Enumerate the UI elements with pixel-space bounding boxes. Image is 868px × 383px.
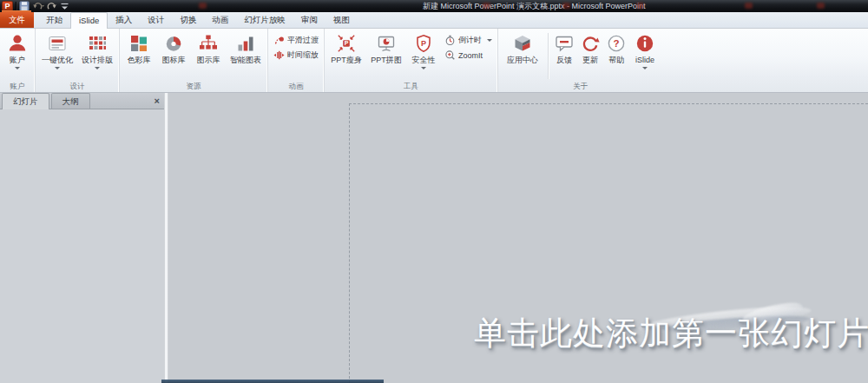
feedback-button[interactable]: 反馈 bbox=[551, 30, 577, 65]
ppt-slim-icon: P bbox=[336, 33, 357, 54]
update-button[interactable]: 更新 bbox=[577, 30, 603, 65]
glass-artifact bbox=[817, 3, 825, 9]
window-title: 新建 Microsoft PowerPoint 演示文稿.pptx - Micr… bbox=[423, 0, 646, 12]
account-button[interactable]: 账户 bbox=[2, 30, 33, 69]
update-refresh-icon bbox=[580, 33, 601, 54]
tab-slideshow[interactable]: 幻灯片放映 bbox=[236, 12, 293, 28]
color-library-button[interactable]: 色彩库 bbox=[122, 30, 156, 65]
diagram-library-button[interactable]: 图示库 bbox=[191, 30, 226, 65]
dropdown-caret-icon bbox=[95, 67, 100, 69]
slide-editing-area[interactable]: 单击此处添加第一张幻灯片 bbox=[168, 93, 868, 383]
group-label-account: 账户 bbox=[2, 81, 33, 92]
ppt-slim-button[interactable]: P PPT瘦身 bbox=[326, 30, 366, 65]
ribbon-group-resources: 色彩库 图标库 图示库 智能图表 资源 bbox=[119, 29, 267, 92]
countdown-button[interactable]: 倒计时 bbox=[444, 35, 492, 46]
group-label-design: 设计 bbox=[37, 81, 117, 92]
islide-button[interactable]: iSlide bbox=[629, 30, 661, 69]
button-label: 图标库 bbox=[162, 56, 186, 65]
slide-placeholder-text[interactable]: 单击此处添加第一张幻灯片 bbox=[474, 312, 868, 355]
button-label: iSlide bbox=[635, 56, 654, 65]
ribbon: 账户 账户 一键优化 设计排版 设计 bbox=[0, 29, 868, 93]
svg-text:P: P bbox=[345, 40, 349, 46]
redo-button[interactable] bbox=[47, 1, 57, 11]
tab-design[interactable]: 设计 bbox=[140, 12, 172, 28]
dropdown-caret-icon bbox=[15, 67, 20, 69]
powerpoint-window: P 新建 Microsoft PowerPoint 演示文稿.pptx - Mi… bbox=[0, 0, 868, 383]
help-button[interactable]: ? 帮助 bbox=[603, 30, 629, 65]
tab-animations[interactable]: 动画 bbox=[204, 12, 236, 28]
countdown-clock-icon bbox=[444, 35, 456, 46]
button-label: 应用中心 bbox=[507, 56, 538, 65]
islide-logo-icon bbox=[635, 33, 655, 54]
tab-review[interactable]: 审阅 bbox=[293, 12, 326, 28]
tab-insert[interactable]: 插入 bbox=[108, 12, 140, 28]
group-label-resources: 资源 bbox=[122, 81, 266, 92]
button-label: 帮助 bbox=[608, 56, 624, 65]
dropdown-caret-icon bbox=[55, 67, 60, 69]
button-label: 更新 bbox=[582, 56, 598, 65]
tab-transitions[interactable]: 切换 bbox=[172, 12, 204, 28]
svg-text:?: ? bbox=[613, 38, 619, 49]
ribbon-group-tools: P PPT瘦身 PPT拼图 P 安全性 倒计时 bbox=[324, 29, 497, 92]
button-label: 倒计时 bbox=[458, 35, 482, 46]
svg-text:P: P bbox=[421, 39, 426, 48]
tab-file[interactable]: 文件 bbox=[0, 12, 34, 28]
color-library-icon bbox=[128, 33, 149, 54]
button-label: 时间缩放 bbox=[287, 50, 319, 61]
button-label: ZoomIt bbox=[458, 51, 483, 60]
design-layout-icon bbox=[87, 33, 108, 54]
app-center-button[interactable]: 应用中心 bbox=[500, 30, 545, 65]
smooth-transition-button[interactable]: 平滑过渡 bbox=[273, 35, 319, 46]
workspace: 幻灯片 大纲 × 单击此处添加第一张幻灯片 bbox=[0, 93, 868, 383]
smart-chart-icon bbox=[235, 33, 256, 54]
group-label-about: 关于 bbox=[500, 81, 661, 92]
glass-artifact bbox=[562, 3, 570, 9]
smart-chart-button[interactable]: 智能图表 bbox=[226, 30, 266, 65]
security-shield-icon: P bbox=[413, 33, 434, 54]
design-layout-button[interactable]: 设计排版 bbox=[77, 30, 117, 69]
dropdown-caret-icon bbox=[642, 67, 648, 69]
tab-islide[interactable]: iSlide bbox=[70, 12, 108, 29]
button-label: 智能图表 bbox=[230, 56, 261, 65]
button-label: 平滑过渡 bbox=[287, 35, 319, 46]
one-key-optimize-button[interactable]: 一键优化 bbox=[37, 30, 77, 69]
ribbon-group-animation: 平滑过渡 时间缩放 动画 bbox=[267, 29, 324, 92]
button-label: 色彩库 bbox=[128, 56, 151, 65]
dropdown-caret-icon bbox=[421, 67, 426, 69]
tab-view[interactable]: 视图 bbox=[326, 12, 358, 28]
zoomit-icon bbox=[444, 50, 456, 61]
panel-tab-bar: 幻灯片 大纲 × bbox=[0, 93, 164, 109]
panel-tab-outline[interactable]: 大纲 bbox=[51, 93, 90, 109]
icon-library-icon bbox=[163, 33, 184, 54]
ribbon-group-design: 一键优化 设计排版 设计 bbox=[35, 29, 119, 92]
ribbon-tab-bar: 文件 开始 iSlide 插入 设计 切换 动画 幻灯片放映 审阅 视图 bbox=[0, 12, 868, 29]
diagram-library-icon bbox=[198, 33, 219, 54]
button-label: PPT拼图 bbox=[371, 56, 402, 65]
ribbon-group-account: 账户 账户 bbox=[0, 29, 35, 92]
app-center-cube-icon bbox=[512, 33, 533, 54]
one-key-optimize-icon bbox=[47, 33, 68, 54]
glass-artifact bbox=[199, 3, 207, 9]
taskbar-sliver bbox=[161, 380, 384, 383]
button-label: 一键优化 bbox=[42, 56, 73, 65]
button-label: 账户 bbox=[10, 56, 25, 65]
glass-artifact bbox=[745, 3, 753, 9]
security-button[interactable]: P 安全性 bbox=[406, 30, 441, 69]
slides-outline-panel: 幻灯片 大纲 × bbox=[0, 93, 164, 383]
glass-artifact bbox=[636, 3, 644, 9]
ppt-puzzle-button[interactable]: PPT拼图 bbox=[366, 30, 406, 65]
close-panel-button[interactable]: × bbox=[155, 94, 160, 109]
placeholder-border-top bbox=[349, 103, 868, 104]
button-label: 安全性 bbox=[412, 56, 436, 65]
panel-tab-slides[interactable]: 幻灯片 bbox=[2, 93, 49, 109]
button-label: 设计排版 bbox=[82, 56, 113, 65]
titlebar: P 新建 Microsoft PowerPoint 演示文稿.pptx - Mi… bbox=[0, 0, 868, 12]
group-label-animation: 动画 bbox=[270, 81, 322, 92]
button-label: PPT瘦身 bbox=[331, 56, 362, 65]
undo-button[interactable] bbox=[32, 1, 44, 11]
time-zoom-button[interactable]: 时间缩放 bbox=[273, 50, 319, 61]
customize-quick-access-icon[interactable] bbox=[60, 1, 69, 11]
zoomit-button[interactable]: ZoomIt bbox=[444, 50, 483, 61]
tab-home[interactable]: 开始 bbox=[38, 12, 70, 28]
icon-library-button[interactable]: 图标库 bbox=[156, 30, 191, 65]
